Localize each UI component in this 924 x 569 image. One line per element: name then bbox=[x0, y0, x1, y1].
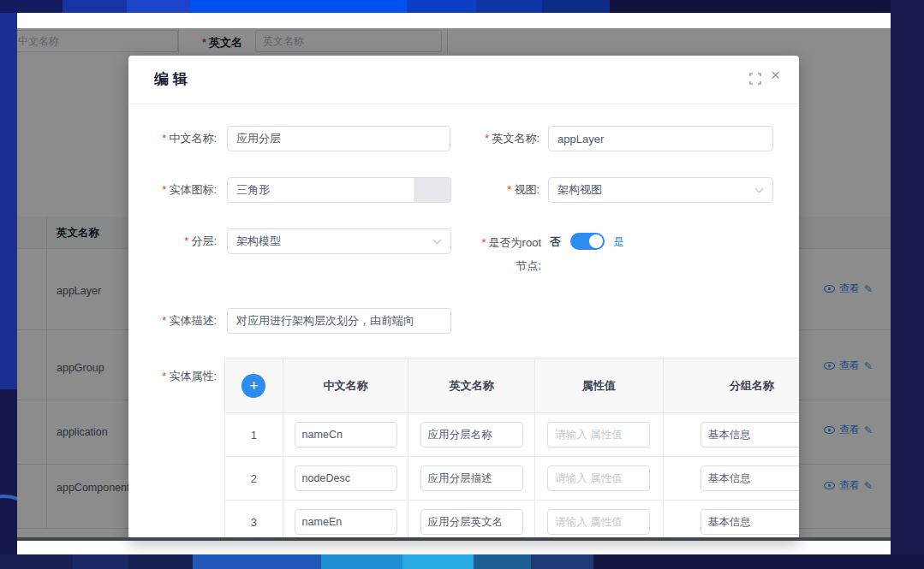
entity-icon-label: *实体图标: bbox=[128, 177, 217, 203]
decor-right-strip bbox=[891, 0, 924, 569]
fullscreen-icon[interactable] bbox=[749, 73, 761, 85]
decor-top-strip-7 bbox=[542, 0, 610, 13]
decor-top-strip-1 bbox=[0, 0, 63, 13]
chevron-down-icon bbox=[433, 236, 442, 245]
plus-icon: + bbox=[249, 377, 259, 394]
decor-top-strip-6 bbox=[476, 0, 542, 13]
attribute-row: 2 bbox=[225, 457, 799, 501]
toggle-on-label: 是 bbox=[613, 234, 624, 250]
attr-value-input[interactable] bbox=[547, 422, 650, 447]
attr-en-input[interactable] bbox=[420, 509, 523, 535]
attr-col-header-en: 英文名称 bbox=[450, 378, 494, 394]
attr-col-header-value: 属性值 bbox=[582, 378, 616, 394]
layer-select-value: 架构模型 bbox=[236, 234, 281, 247]
cn-name-input[interactable] bbox=[227, 126, 450, 151]
attr-group-input[interactable] bbox=[700, 422, 799, 447]
required-mark: * bbox=[482, 236, 486, 249]
toggle-knob bbox=[589, 234, 603, 248]
required-mark: * bbox=[184, 234, 188, 247]
entity-desc-input[interactable] bbox=[227, 308, 451, 334]
decor-top-strip-2 bbox=[63, 0, 127, 13]
attr-cn-input[interactable] bbox=[295, 465, 397, 491]
desktop-background: *英文名 英文名称 appLayer appGroup application … bbox=[0, 0, 924, 569]
decor-bottom-strip-2 bbox=[73, 554, 128, 569]
attributes-table-header: + 中文名称 英文名称 属性值 分组名称 bbox=[225, 359, 799, 413]
decor-bottom-strip-6 bbox=[402, 554, 474, 569]
en-name-input[interactable] bbox=[548, 126, 773, 151]
en-name-label: *英文名称: bbox=[451, 126, 539, 151]
root-toggle[interactable] bbox=[570, 233, 605, 250]
attr-row-index: 2 bbox=[251, 472, 257, 485]
required-mark: * bbox=[485, 132, 489, 145]
required-mark: * bbox=[507, 183, 511, 196]
required-mark: * bbox=[162, 370, 166, 382]
decor-top-strip-3 bbox=[127, 0, 190, 13]
attribute-row: 1 bbox=[225, 413, 799, 457]
chevron-down-icon bbox=[755, 185, 764, 193]
attributes-table: + 中文名称 英文名称 属性值 分组名称 1 2 bbox=[224, 358, 799, 541]
decor-bottom-strip-5 bbox=[321, 554, 402, 569]
cn-name-label: *中文名称: bbox=[128, 126, 217, 151]
attr-value-input[interactable] bbox=[547, 465, 650, 491]
toggle-off-label: 否 bbox=[550, 234, 561, 250]
view-select-value: 架构视图 bbox=[557, 183, 602, 196]
decor-top-strip-8 bbox=[610, 0, 924, 13]
entity-desc-label: *实体描述: bbox=[128, 308, 217, 334]
attribute-row: 3 bbox=[225, 501, 799, 541]
add-attribute-button[interactable]: + bbox=[241, 374, 265, 398]
required-mark: * bbox=[162, 183, 166, 196]
decor-top-strip-4 bbox=[190, 0, 407, 13]
modal-title: 编辑 bbox=[154, 69, 192, 89]
entity-icon-input[interactable] bbox=[227, 177, 415, 203]
decor-bottom-strip-1 bbox=[0, 554, 73, 569]
view-label: *视图: bbox=[451, 177, 539, 203]
decor-bottom-strip-4 bbox=[193, 554, 321, 569]
decor-bottom-strip-8 bbox=[531, 554, 593, 569]
attr-group-input[interactable] bbox=[700, 509, 799, 535]
close-icon[interactable]: × bbox=[771, 67, 780, 83]
edit-modal: 编辑 × *中文名称: *英文名称: *实体图标: *视图: bbox=[128, 56, 799, 541]
decor-bottom-strip-9 bbox=[593, 554, 924, 569]
decor-left-strip-upper bbox=[0, 13, 17, 389]
attr-row-index: 3 bbox=[251, 516, 257, 529]
layer-label: *分层: bbox=[128, 228, 217, 254]
required-mark: * bbox=[162, 314, 166, 327]
attr-row-index: 1 bbox=[251, 429, 257, 442]
decor-top-strip-5 bbox=[407, 0, 476, 13]
attr-en-input[interactable] bbox=[420, 465, 523, 491]
modal-header-divider bbox=[128, 104, 799, 104]
layer-select[interactable]: 架构模型 bbox=[227, 228, 451, 254]
icon-picker-button[interactable] bbox=[415, 177, 451, 203]
window-bottom-edge bbox=[17, 537, 891, 541]
required-mark: * bbox=[162, 132, 166, 145]
app-window: *英文名 英文名称 appLayer appGroup application … bbox=[17, 13, 891, 554]
attr-group-input[interactable] bbox=[700, 465, 799, 491]
is-root-label: *是否为root节点: bbox=[474, 231, 541, 277]
attr-value-input[interactable] bbox=[547, 509, 650, 535]
decor-bottom-strip-3 bbox=[128, 554, 193, 569]
attr-col-header-cn: 中文名称 bbox=[324, 378, 368, 394]
view-select[interactable]: 架构视图 bbox=[548, 177, 773, 203]
attr-en-input[interactable] bbox=[420, 422, 523, 447]
attr-cn-input[interactable] bbox=[295, 422, 397, 447]
attr-col-header-group: 分组名称 bbox=[730, 378, 774, 394]
decor-bottom-strip-7 bbox=[474, 554, 531, 569]
attr-cn-input[interactable] bbox=[295, 509, 397, 535]
entity-attrs-label: *实体属性: bbox=[128, 364, 217, 389]
